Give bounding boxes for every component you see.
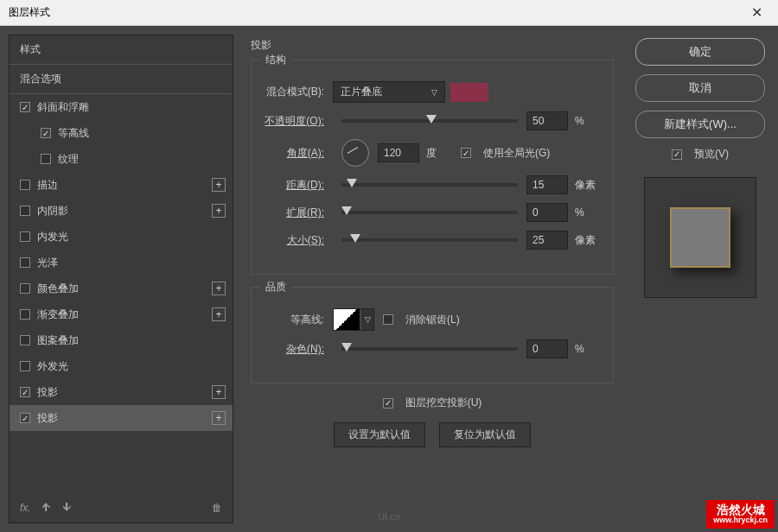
style-checkbox[interactable] (20, 102, 30, 112)
knockout-label: 图层挖空投影(U) (405, 396, 482, 410)
styles-header: 样式 (10, 35, 233, 65)
style-label: 外发光 (37, 359, 68, 374)
add-effect-icon[interactable]: + (212, 282, 226, 295)
style-checkbox[interactable] (20, 387, 30, 397)
knockout-checkbox[interactable] (383, 398, 393, 408)
add-effect-icon[interactable]: + (212, 204, 226, 218)
chevron-down-icon: ▽ (431, 88, 437, 97)
angle-dial[interactable] (341, 139, 369, 167)
style-item[interactable]: 描边+ (10, 172, 233, 198)
fx-icon[interactable]: fx. (20, 502, 31, 514)
antialias-label: 消除锯齿(L) (405, 313, 460, 327)
style-checkbox[interactable] (20, 206, 30, 216)
noise-slider[interactable] (341, 347, 518, 351)
style-label: 投影 (37, 385, 58, 400)
antialias-checkbox[interactable] (383, 314, 393, 325)
add-effect-icon[interactable]: + (212, 411, 226, 425)
structure-legend: 结构 (260, 53, 291, 67)
close-icon[interactable]: ✕ (744, 4, 769, 21)
style-checkbox[interactable] (20, 413, 30, 423)
shadow-color-swatch[interactable] (450, 83, 488, 102)
style-checkbox[interactable] (20, 180, 30, 190)
style-label: 斜面和浮雕 (37, 100, 89, 115)
blend-options-header[interactable]: 混合选项 (10, 65, 233, 94)
opacity-input[interactable]: 50 (526, 111, 568, 130)
spread-slider[interactable] (341, 211, 518, 214)
style-checkbox[interactable] (20, 231, 30, 242)
noise-input[interactable]: 0 (526, 339, 568, 358)
style-label: 内阴影 (37, 204, 68, 218)
style-checkbox[interactable] (41, 128, 51, 138)
style-label: 颜色叠加 (37, 282, 79, 296)
style-item[interactable]: 投影+ (10, 405, 233, 431)
style-item[interactable]: 光泽 (10, 250, 233, 276)
style-item[interactable]: 等高线 (10, 120, 233, 146)
size-input[interactable]: 25 (526, 231, 568, 250)
style-item[interactable]: 渐变叠加+ (10, 301, 233, 327)
style-label: 等高线 (58, 126, 89, 141)
style-checkbox[interactable] (20, 257, 30, 268)
ui-logo: UI.cn (378, 511, 400, 522)
style-label: 内发光 (37, 230, 68, 244)
style-checkbox[interactable] (20, 361, 30, 371)
style-checkbox[interactable] (20, 283, 30, 294)
style-item[interactable]: 纹理 (10, 146, 233, 172)
global-light-label: 使用全局光(G) (483, 146, 550, 161)
style-label: 纹理 (58, 152, 79, 167)
watermark: 浩然火城 www.hryckj.cn (706, 500, 775, 529)
size-slider[interactable] (341, 238, 518, 242)
angle-label: 角度(A): (264, 146, 333, 161)
chevron-down-icon: ▽ (365, 315, 371, 324)
style-item[interactable]: 颜色叠加+ (10, 276, 233, 301)
style-item[interactable]: 内发光 (10, 224, 233, 250)
trash-icon[interactable]: 🗑 (212, 502, 222, 514)
distance-slider[interactable] (341, 183, 518, 187)
spread-input[interactable]: 0 (526, 203, 568, 222)
set-default-button[interactable]: 设置为默认值 (334, 422, 425, 447)
style-item[interactable]: 内阴影+ (10, 198, 233, 224)
preview-label: 预览(V) (694, 147, 729, 162)
style-checkbox[interactable] (41, 154, 51, 164)
move-up-icon[interactable]: 🡩 (41, 502, 52, 514)
panel-title: 投影 (251, 35, 614, 60)
ok-button[interactable]: 确定 (635, 38, 765, 66)
preview-thumbnail (644, 177, 756, 298)
style-item[interactable]: 外发光 (10, 353, 233, 379)
new-style-button[interactable]: 新建样式(W)... (635, 111, 765, 138)
cancel-button[interactable]: 取消 (635, 74, 765, 102)
move-down-icon[interactable]: 🡫 (62, 502, 73, 514)
reset-default-button[interactable]: 复位为默认值 (439, 422, 531, 447)
spread-label: 扩展(R): (264, 206, 333, 220)
add-effect-icon[interactable]: + (212, 178, 226, 192)
quality-fieldset: 品质 等高线: ▽ 消除锯齿(L) 杂色(N): 0 (251, 287, 614, 383)
style-label: 描边 (37, 178, 58, 193)
quality-legend: 品质 (260, 280, 291, 294)
structure-fieldset: 结构 混合模式(B): 正片叠底 ▽ 不透明度(O): 50 % 角 (251, 60, 614, 275)
angle-input[interactable]: 120 (378, 143, 419, 162)
contour-label: 等高线: (264, 313, 333, 327)
style-label: 图案叠加 (37, 333, 79, 348)
style-item[interactable]: 斜面和浮雕 (10, 94, 233, 120)
style-label: 渐变叠加 (37, 307, 79, 322)
styles-list: 样式 混合选项 斜面和浮雕等高线纹理描边+内阴影+内发光光泽颜色叠加+渐变叠加+… (9, 35, 233, 523)
style-label: 投影 (37, 411, 58, 426)
action-panel: 确定 取消 新建样式(W)... 预览(V) (631, 35, 769, 523)
noise-label: 杂色(N): (264, 342, 333, 357)
size-label: 大小(S): (264, 233, 333, 248)
styles-toolbar: fx. 🡩 🡫 🗑 (10, 493, 233, 522)
style-checkbox[interactable] (20, 335, 30, 345)
preview-checkbox[interactable] (672, 149, 682, 160)
distance-input[interactable]: 15 (526, 175, 568, 194)
titlebar: 图层样式 ✕ (0, 0, 778, 26)
add-effect-icon[interactable]: + (212, 385, 226, 399)
blend-mode-dropdown[interactable]: 正片叠底 ▽ (333, 81, 445, 103)
add-effect-icon[interactable]: + (212, 307, 226, 321)
opacity-slider[interactable] (341, 119, 518, 123)
contour-picker[interactable]: ▽ (333, 308, 374, 331)
style-checkbox[interactable] (20, 309, 30, 320)
global-light-checkbox[interactable] (461, 148, 471, 158)
style-item[interactable]: 投影+ (10, 379, 233, 405)
properties-panel: 投影 结构 混合模式(B): 正片叠底 ▽ 不透明度(O): 50 % (242, 35, 622, 523)
opacity-label: 不透明度(O): (264, 114, 333, 129)
style-item[interactable]: 图案叠加 (10, 327, 233, 353)
